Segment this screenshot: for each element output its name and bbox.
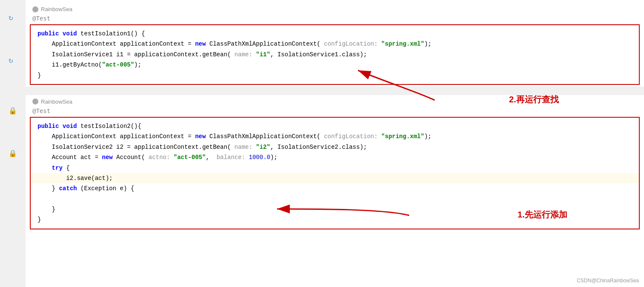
author-name-2: RainbowSea bbox=[41, 99, 72, 105]
code-line-2-5: try { bbox=[31, 163, 639, 173]
code-line-2-4: Account act = new Account( actno: "act-0… bbox=[31, 152, 639, 162]
sync-icon-1[interactable]: ↻ bbox=[9, 13, 17, 21]
annotation-2: @Test bbox=[26, 107, 644, 115]
main-container: ↻ ↻ 🔒 🔒 RainbowSea @Test public void tes… bbox=[0, 0, 644, 287]
chinese-label-2: 2.再运行查找 bbox=[509, 94, 559, 105]
code-line-1-2: ApplicationContext applicationContext = … bbox=[31, 39, 639, 49]
chinese-label-1: 1.先运行添加 bbox=[517, 209, 567, 220]
code-line-2-1: public void testIsolation2(){ bbox=[31, 121, 639, 131]
code-block-1: public void testIsolation1() { Applicati… bbox=[30, 24, 640, 85]
watermark: CSDN@ChinaRainbowSea bbox=[577, 278, 639, 284]
left-gutter: ↻ ↻ 🔒 🔒 bbox=[0, 0, 26, 287]
code-line-1-5: } bbox=[31, 70, 639, 81]
code-line-1-1: public void testIsolation1() { bbox=[31, 29, 639, 39]
annotation-1: @Test bbox=[26, 14, 644, 23]
code-line-2-2: ApplicationContext applicationContext = … bbox=[31, 131, 639, 142]
author-line-1: RainbowSea bbox=[26, 4, 644, 14]
code-line-2-6: i2.save(act); bbox=[31, 173, 639, 183]
code-line-1-3: IsolationService1 i1 = applicationContex… bbox=[31, 49, 639, 60]
annotation-text-1: @Test bbox=[32, 15, 50, 22]
author-name-1: RainbowSea bbox=[41, 6, 72, 12]
code-line-2-8 bbox=[31, 194, 639, 204]
lock-icon-1[interactable]: 🔒 bbox=[9, 107, 17, 115]
annotation-text-2: @Test bbox=[32, 107, 50, 114]
author-avatar-1 bbox=[32, 6, 38, 12]
lock-icon-2[interactable]: 🔒 bbox=[9, 149, 17, 158]
content-area: RainbowSea @Test public void testIsolati… bbox=[26, 0, 644, 287]
author-avatar-2 bbox=[32, 99, 38, 104]
sync-icon-2[interactable]: ↻ bbox=[9, 55, 17, 64]
code-line-1-4: i1.getByActno("act-005"); bbox=[31, 60, 639, 70]
code-line-2-3: IsolationService2 i2 = applicationContex… bbox=[31, 142, 639, 152]
code-line-2-7: } catch (Exception e) { bbox=[31, 183, 639, 194]
